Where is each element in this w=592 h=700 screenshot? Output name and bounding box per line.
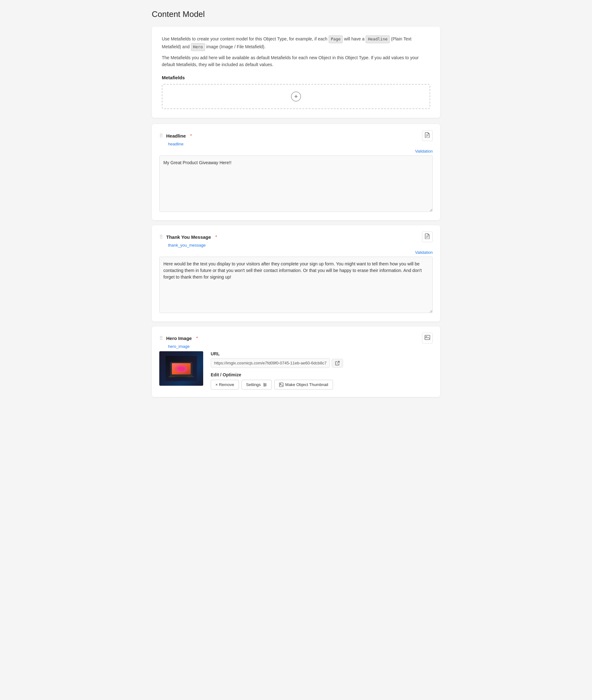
url-field-row: [211, 358, 433, 368]
hero-image-preview: [159, 351, 203, 386]
metafield-edit-btn-thank-you[interactable]: [422, 231, 433, 242]
file-icon-headline: [425, 132, 430, 139]
settings-label: Settings: [246, 382, 261, 387]
page-badge: Page: [329, 36, 343, 43]
hero-image-section: URL Edit / Optimize × Remove: [159, 351, 433, 389]
svg-point-19: [263, 383, 265, 384]
metafield-name-thank-you: Thank You Message: [166, 234, 211, 240]
edit-optimize-label: Edit / Optimize: [211, 372, 433, 377]
metafield-slug-thank-you: thank_you_message: [168, 243, 433, 248]
page-container: Content Model Use Metafields to create y…: [146, 0, 446, 412]
settings-button[interactable]: Settings: [241, 380, 272, 389]
metafield-textarea-thank-you[interactable]: Here would be the text you display to yo…: [159, 257, 433, 313]
url-input[interactable]: [211, 358, 330, 368]
metafield-edit-btn-hero-image[interactable]: [422, 333, 433, 343]
metafield-left-headline: ⠿ Headline *: [159, 133, 192, 139]
svg-rect-22: [279, 383, 283, 387]
svg-point-7: [426, 336, 427, 337]
info-text-pre: Use Metafields to create your content mo…: [162, 36, 329, 41]
metafield-left-hero-image: ⠿ Hero Image *: [159, 335, 198, 341]
remove-button[interactable]: × Remove: [211, 380, 239, 389]
make-thumbnail-button[interactable]: Make Object Thumbnail: [275, 380, 333, 389]
external-link-icon: [335, 361, 340, 365]
svg-point-12: [178, 367, 185, 371]
add-metafield-area[interactable]: +: [162, 84, 430, 109]
svg-line-15: [337, 361, 339, 364]
validation-link-headline[interactable]: Validation: [159, 149, 433, 154]
metafield-header-thank-you: ⠿ Thank You Message *: [159, 231, 433, 242]
hero-badge: Hero: [191, 43, 205, 51]
metafield-edit-btn-headline[interactable]: [422, 130, 433, 141]
metafield-name-hero-image: Hero Image: [166, 336, 192, 341]
metafield-name-headline: Headline: [166, 133, 186, 139]
thumbnail-image-icon: [279, 383, 284, 387]
drag-handle-thank-you[interactable]: ⠿: [159, 234, 163, 240]
svg-point-20: [265, 384, 266, 385]
metafield-card-thank-you: ⠿ Thank You Message * thank_you_message: [152, 225, 440, 321]
metafield-header-hero-image: ⠿ Hero Image *: [159, 333, 433, 343]
add-metafield-button[interactable]: +: [291, 92, 301, 102]
metafield-card-headline: ⠿ Headline * headline Validation: [152, 124, 440, 220]
thumbnail-label: Make Object Thumbnail: [285, 382, 328, 387]
metafield-header-headline: ⠿ Headline *: [159, 130, 433, 141]
main-info-card: Use Metafields to create your content mo…: [152, 26, 440, 118]
metafield-left-thank-you: ⠿ Thank You Message *: [159, 234, 217, 240]
settings-sliders-icon: [263, 383, 267, 387]
file-icon-thank-you: [425, 233, 430, 240]
hero-image-info: URL Edit / Optimize × Remove: [211, 351, 433, 389]
svg-point-21: [264, 385, 265, 387]
metafield-textarea-headline[interactable]: My Great Product Giveaway Here!!: [159, 155, 433, 212]
info-paragraph-1: Use Metafields to create your content mo…: [162, 36, 430, 51]
headline-badge: Headline: [365, 36, 390, 43]
metafields-section-title: Metafields: [162, 75, 430, 80]
image-icon-hero: [425, 335, 430, 341]
svg-point-23: [280, 383, 281, 384]
drag-handle-headline[interactable]: ⠿: [159, 133, 163, 139]
required-star-headline: *: [190, 133, 192, 138]
info-text-mid1: will have a: [343, 36, 365, 41]
svg-rect-14: [175, 377, 188, 377]
image-action-buttons: × Remove Settings: [211, 380, 433, 389]
url-label: URL: [211, 351, 433, 356]
info-paragraph-2: The Metafields you add here will be avai…: [162, 54, 430, 68]
required-star-thank-you: *: [215, 234, 217, 239]
validation-link-thank-you[interactable]: Validation: [159, 250, 433, 255]
drag-handle-hero-image[interactable]: ⠿: [159, 335, 163, 341]
metafield-slug-hero-image: hero_image: [168, 344, 433, 349]
required-star-hero-image: *: [196, 336, 198, 340]
hero-image-canvas: [159, 351, 203, 386]
metafield-card-hero-image: ⠿ Hero Image * hero_image: [152, 326, 440, 397]
info-text-end: image (Image / File Metafield).: [205, 44, 265, 49]
external-link-button[interactable]: [332, 359, 343, 368]
page-title: Content Model: [152, 9, 440, 19]
metafield-slug-headline: headline: [168, 142, 433, 146]
